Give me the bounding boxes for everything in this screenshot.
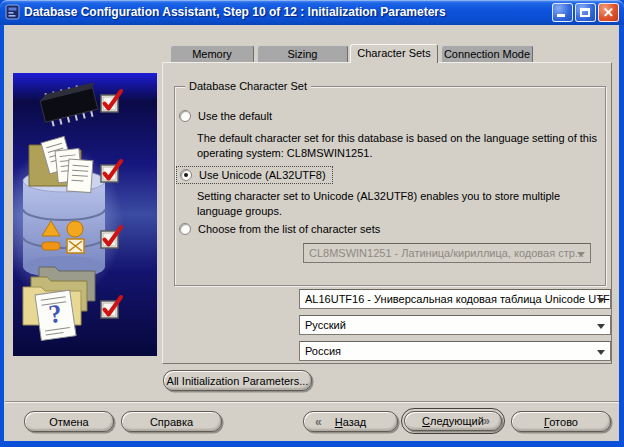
cancel-button[interactable]: Отмена — [24, 411, 114, 432]
tab-sizing-label: Sizing — [288, 48, 318, 60]
national-character-set-value: AL16UTF16 - Универсальная кодовая таблиц… — [305, 293, 611, 305]
tab-connection-mode[interactable]: Connection Mode — [441, 45, 533, 63]
window-title: Database Configuration Assistant, Step 1… — [24, 0, 446, 25]
wizard-progress-image: ? — [13, 73, 157, 356]
default-date-format-select[interactable]: Россия — [299, 341, 611, 361]
radio-unchecked-icon — [179, 223, 191, 235]
all-initialization-parameters-button[interactable]: All Initialization Parameters... — [163, 370, 312, 391]
database-character-set-select: CL8MSWIN1251 - Латиница/кириллица, кодов… — [303, 243, 591, 263]
tab-memory-label: Memory — [192, 48, 232, 60]
use-default-description: The default character set for this datab… — [197, 131, 605, 161]
app-icon — [5, 4, 21, 20]
radio-use-default-label: Use the default — [198, 110, 272, 122]
footer-separator — [5, 401, 619, 403]
finish-label: Готово — [544, 416, 578, 428]
back-button[interactable]: « Назад — [303, 411, 398, 432]
radio-use-unicode-label: Use Unicode (AL32UTF8) — [199, 169, 326, 181]
radio-checked-icon — [180, 169, 192, 181]
radio-unchecked-icon — [179, 110, 191, 122]
maximize-button[interactable] — [575, 3, 596, 22]
radio-use-default[interactable]: Use the default — [179, 110, 272, 122]
minimize-button[interactable] — [552, 3, 573, 22]
database-character-set-value: CL8MSWIN1251 - Латиница/кириллица, кодов… — [309, 247, 584, 259]
dropdown-arrow-icon — [577, 252, 585, 257]
tab-character-sets[interactable]: Character Sets — [350, 44, 438, 63]
radio-choose-from-list[interactable]: Choose from the list of character sets — [179, 223, 380, 235]
tab-character-sets-label: Character Sets — [357, 47, 430, 59]
close-button[interactable]: ✕ — [598, 3, 619, 22]
tab-memory[interactable]: Memory — [170, 45, 254, 63]
all-initialization-parameters-label: All Initialization Parameters... — [167, 375, 309, 387]
next-button[interactable]: Следующий » — [404, 411, 502, 431]
help-button[interactable]: Справка — [121, 411, 222, 432]
next-label: Следующий — [422, 415, 484, 427]
use-unicode-description: Setting character set to Unicode (AL32UT… — [197, 189, 605, 219]
maximize-icon — [580, 8, 590, 17]
titlebar: Database Configuration Assistant, Step 1… — [0, 0, 624, 25]
dropdown-arrow-icon — [597, 298, 605, 303]
help-label: Справка — [150, 416, 193, 428]
next-button-default-ring: Следующий » — [401, 408, 505, 434]
default-language-select[interactable]: Русский — [299, 315, 611, 335]
next-chevron-icon: » — [483, 414, 490, 428]
national-character-set-select[interactable]: AL16UTF16 - Универсальная кодовая таблиц… — [299, 289, 611, 309]
window-controls: ✕ — [552, 3, 619, 22]
default-date-format-value: Россия — [305, 345, 341, 357]
close-icon: ✕ — [599, 4, 618, 21]
minimize-icon — [557, 14, 565, 17]
back-label: Назад — [335, 416, 367, 428]
back-chevron-icon: « — [315, 414, 322, 428]
default-language-value: Русский — [305, 319, 346, 331]
dropdown-arrow-icon — [597, 350, 605, 355]
dropdown-arrow-icon — [597, 324, 605, 329]
radio-use-unicode[interactable]: Use Unicode (AL32UTF8) — [176, 166, 333, 184]
tab-connection-mode-label: Connection Mode — [444, 48, 530, 60]
finish-button[interactable]: Готово — [511, 411, 611, 432]
radio-choose-from-list-label: Choose from the list of character sets — [198, 223, 380, 235]
cancel-label: Отмена — [49, 416, 88, 428]
tab-sizing[interactable]: Sizing — [257, 45, 348, 63]
dialog-window: Database Configuration Assistant, Step 1… — [0, 0, 624, 447]
groupbox-title: Database Character Set — [185, 80, 311, 92]
